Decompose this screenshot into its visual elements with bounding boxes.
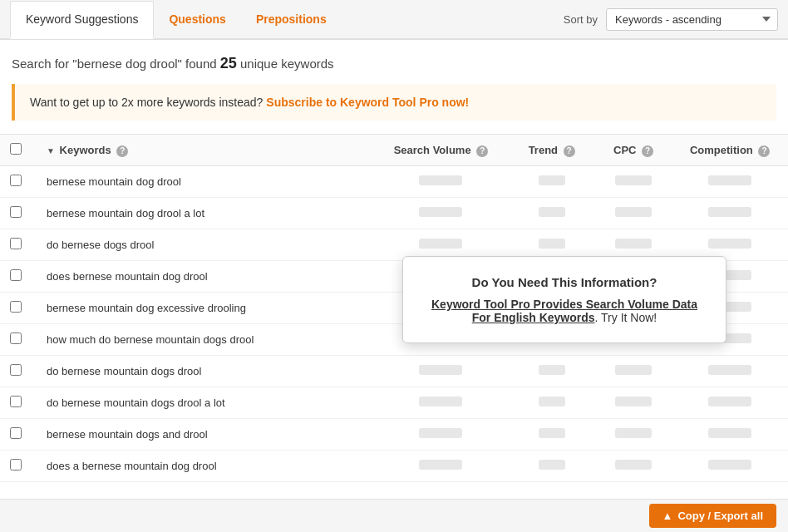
col-header-keyword[interactable]: ▼ Keywords ? [37,135,373,166]
row-check-cell [0,356,37,387]
row-checkbox[interactable] [10,427,22,439]
row-volume [373,419,508,451]
row-cpc [595,451,672,482]
row-trend [509,451,595,482]
row-checkbox[interactable] [10,332,22,344]
row-checkbox[interactable] [10,301,22,313]
sort-label: Sort by [564,13,598,26]
table-row: bernese mountain dog drool [0,166,788,198]
row-checkbox[interactable] [10,364,22,376]
row-trend [509,166,595,198]
volume-help-icon[interactable]: ? [476,145,488,157]
sort-select[interactable]: Keywords - ascending Keywords - descendi… [606,8,778,31]
row-check-cell [0,324,37,356]
row-check-cell [0,451,37,482]
row-trend [509,198,595,229]
competition-help-icon[interactable]: ? [758,145,770,157]
row-competition [672,419,788,451]
row-checkbox[interactable] [10,206,22,218]
row-keyword: how much do bernese mountain dogs drool [37,324,373,356]
cpc-help-icon[interactable]: ? [642,145,653,157]
promo-link[interactable]: Subscribe to Keyword Tool Pro now! [266,96,469,109]
row-cpc [595,356,672,387]
row-competition [672,356,788,387]
table-row: bernese mountain dog drool a lot [0,198,788,229]
table-header-row: ▼ Keywords ? Search Volume ? Trend ? CPC… [0,135,788,166]
col-header-volume: Search Volume ? [373,135,508,166]
row-keyword: does a bernese mountain dog drool [37,451,373,482]
col-header-check [0,135,37,166]
row-checkbox[interactable] [10,175,22,186]
row-keyword: do bernese mountain dogs drool [37,356,373,387]
tooltip-title: Do You Need This Information? [426,275,702,289]
result-header: Search for "bernese dog drool" found 25 … [0,40,788,84]
row-keyword: bernese mountain dog excessive drooling [37,293,373,324]
row-check-cell [0,419,37,451]
sort-down-icon: ▼ [47,146,55,155]
col-header-cpc: CPC ? [595,135,672,166]
row-check-cell [0,261,37,293]
keyword-help-icon[interactable]: ? [116,145,128,157]
promo-banner: Want to get up to 2x more keywords inste… [12,84,776,121]
row-cpc [595,198,672,229]
row-volume [373,356,508,387]
row-keyword: bernese mountain dog drool a lot [37,198,373,229]
row-trend [509,419,595,451]
row-keyword: bernese mountain dogs and drool [37,419,373,451]
col-header-competition: Competition ? [672,135,788,166]
row-checkbox[interactable] [10,269,22,281]
row-keyword: bernese mountain dog drool [37,166,373,198]
copy-export-button[interactable]: ▲ Copy / Export all [649,504,776,524]
row-keyword: do bernese mountain dogs drool a lot [37,387,373,419]
row-check-cell [0,198,37,229]
row-checkbox[interactable] [10,238,22,249]
table-row: do bernese mountain dogs drool [0,356,788,387]
row-volume [373,198,508,229]
row-cpc [595,387,672,419]
row-competition [672,166,788,198]
row-competition [672,387,788,419]
row-volume [373,451,508,482]
row-keyword: does bernese mountain dog drool [37,261,373,293]
row-cpc [595,166,672,198]
row-check-cell [0,293,37,324]
tab-questions[interactable]: Questions [154,1,240,39]
row-check-cell [0,166,37,198]
row-checkbox[interactable] [10,459,22,470]
tooltip-body: Keyword Tool Pro Provides Search Volume … [426,298,702,324]
select-all-checkbox[interactable] [10,143,22,155]
row-competition [672,198,788,229]
trend-help-icon[interactable]: ? [564,145,575,157]
row-keyword: do bernese dogs drool [37,229,373,261]
bottom-bar: ▲ Copy / Export all [0,499,788,524]
row-cpc [595,419,672,451]
tooltip-link[interactable]: Keyword Tool Pro Provides Search Volume … [431,298,697,324]
tab-prepositions[interactable]: Prepositions [241,1,342,39]
row-checkbox[interactable] [10,396,22,407]
table-row: do bernese mountain dogs drool a lot [0,387,788,419]
tabs-left: Keyword Suggestions Questions Prepositio… [10,0,342,38]
row-check-cell [0,387,37,419]
export-icon: ▲ [662,510,673,522]
col-header-trend: Trend ? [509,135,595,166]
row-trend [509,387,595,419]
tab-keyword-suggestions[interactable]: Keyword Suggestions [10,1,154,39]
sort-control: Sort by Keywords - ascending Keywords - … [564,8,778,31]
table-row: does a bernese mountain dog drool [0,451,788,482]
row-check-cell [0,229,37,261]
row-volume [373,166,508,198]
tooltip-popup: Do You Need This Information? Keyword To… [402,256,726,343]
row-trend [509,356,595,387]
row-volume [373,387,508,419]
tabs-bar: Keyword Suggestions Questions Prepositio… [0,0,788,40]
table-row: bernese mountain dogs and drool [0,419,788,451]
row-competition [672,451,788,482]
